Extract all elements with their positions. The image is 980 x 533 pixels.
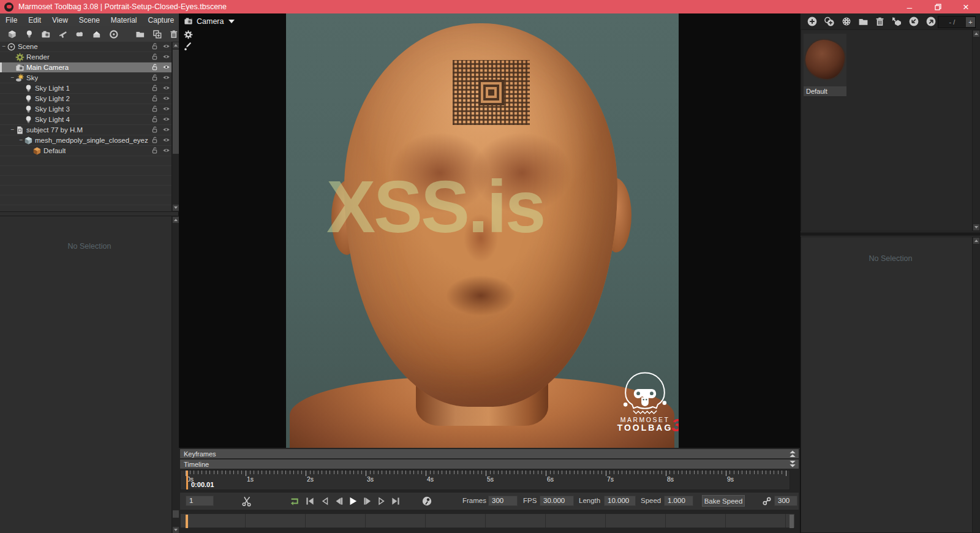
add-fog-icon[interactable] [75, 29, 85, 39]
collapse-down-icon[interactable] [789, 460, 796, 468]
scroll-down-arrow[interactable] [173, 205, 179, 211]
lock-icon[interactable] [151, 42, 159, 50]
lock-icon[interactable] [151, 84, 159, 92]
lock-icon[interactable] [151, 136, 159, 144]
library-scrollbar[interactable] [972, 30, 980, 231]
restore-button[interactable] [924, 0, 952, 13]
viewport-paint-brush-icon[interactable] [184, 42, 193, 51]
expander-icon[interactable]: − [18, 135, 24, 145]
lock-icon[interactable] [151, 74, 159, 81]
visibility-eye-icon[interactable] [162, 42, 170, 50]
lock-icon[interactable] [151, 63, 159, 71]
delete-icon[interactable] [169, 29, 179, 39]
speed-field[interactable] [664, 496, 693, 506]
add-camera-icon[interactable] [41, 29, 51, 39]
add-disc-icon[interactable] [109, 29, 119, 39]
lock-icon[interactable] [151, 94, 159, 102]
visibility-eye-icon[interactable] [162, 53, 170, 61]
expander-icon[interactable]: − [10, 73, 15, 83]
export-material-icon[interactable] [925, 16, 937, 27]
tree-row-mesh[interactable]: − mesh_medpoly_single_closed_eyez [0, 135, 179, 146]
close-button[interactable]: × [952, 0, 980, 13]
scroll-down-arrow[interactable] [973, 224, 979, 230]
visibility-eye-icon[interactable] [162, 126, 170, 134]
keyframe-track[interactable] [180, 513, 795, 528]
tree-row-sky-light-1[interactable]: Sky Light 1 [0, 83, 179, 94]
frame-number-field[interactable] [186, 496, 214, 506]
camera-dropdown[interactable]: Camera [184, 17, 235, 26]
menu-material[interactable]: Material [105, 13, 143, 26]
scroll-handle[interactable] [173, 510, 179, 518]
tree-row-main-camera[interactable]: Main Camera [0, 62, 179, 73]
minimize-button[interactable]: – [895, 0, 924, 13]
keyframe-ball-icon[interactable] [421, 496, 432, 507]
tree-row-render[interactable]: Render [0, 52, 179, 62]
bake-speed-button[interactable]: Bake Speed [702, 495, 745, 507]
track-playhead-marker[interactable] [186, 515, 188, 528]
delete-material-icon[interactable] [875, 17, 885, 27]
tree-row-scene[interactable]: − Scene [0, 42, 179, 52]
add-mesh-icon[interactable] [7, 29, 17, 39]
keyframes-bar[interactable]: Keyframes [180, 449, 799, 458]
tree-row-sky-light-4[interactable]: Sky Light 4 [0, 115, 179, 125]
title-bar[interactable]: Marmoset Toolbag 3.08 | Portrait-Setup-C… [0, 0, 980, 13]
scroll-down-arrow[interactable] [173, 527, 179, 533]
scroll-handle[interactable] [173, 50, 179, 154]
expander-icon[interactable]: − [10, 125, 15, 135]
open-folder-icon[interactable] [858, 17, 869, 27]
lock-icon[interactable] [151, 115, 159, 123]
length-field[interactable] [604, 496, 636, 506]
timeline-ruler[interactable]: 0s 1s 2s 3s 4s 5s 6s 7s 8s 9s 0:00.01 [180, 470, 790, 490]
apply-to-object-icon[interactable] [891, 16, 902, 27]
properties-scrollbar[interactable] [172, 216, 179, 533]
import-material-icon[interactable] [908, 16, 919, 27]
import-folder-icon[interactable] [135, 29, 145, 39]
menu-scene[interactable]: Scene [74, 13, 105, 26]
visibility-eye-icon[interactable] [162, 115, 170, 123]
visibility-eye-icon[interactable] [162, 146, 170, 154]
loop-icon[interactable] [289, 496, 300, 507]
play-outline-button[interactable] [376, 496, 387, 507]
visibility-eye-icon[interactable] [162, 74, 170, 81]
add-shadow-catcher-icon[interactable] [92, 29, 102, 39]
counter-plus-button[interactable]: + [966, 17, 975, 27]
skip-first-button[interactable] [304, 496, 315, 507]
scissors-icon[interactable] [241, 496, 252, 507]
playhead[interactable] [186, 471, 188, 490]
step-forward-button[interactable] [362, 496, 373, 507]
menu-file[interactable]: File [0, 13, 23, 26]
scene-tree-scrollbar[interactable] [172, 42, 179, 211]
viewport[interactable]: XSS.is MARMOSET TOOLBAG 3 [179, 13, 800, 448]
viewport-settings-gear-icon[interactable] [184, 30, 193, 39]
duplicate-icon[interactable] [153, 29, 162, 39]
render-view[interactable]: XSS.is MARMOSET TOOLBAG 3 [286, 13, 679, 448]
play-reverse-button[interactable] [319, 496, 330, 507]
skip-last-button[interactable] [390, 496, 401, 507]
play-button[interactable] [347, 496, 358, 507]
menu-capture[interactable]: Capture [143, 13, 180, 26]
lock-icon[interactable] [151, 53, 159, 61]
duplicate-material-icon[interactable] [824, 16, 835, 27]
material-sphere-icon[interactable] [841, 16, 852, 27]
material-props-scrollbar[interactable] [972, 237, 980, 532]
fps-field[interactable] [540, 496, 574, 506]
tree-row-sky-light-3[interactable]: Sky Light 3 [0, 104, 179, 115]
visibility-eye-icon[interactable] [162, 136, 170, 144]
link-chain-icon[interactable] [761, 496, 772, 507]
menu-view[interactable]: View [47, 13, 74, 26]
tree-row-sky-light-2[interactable]: Sky Light 2 [0, 94, 179, 104]
lock-icon[interactable] [151, 105, 159, 113]
scroll-up-arrow[interactable] [973, 31, 979, 37]
lock-icon[interactable] [151, 126, 159, 134]
step-back-button[interactable] [333, 496, 344, 507]
expand-up-icon[interactable] [789, 450, 796, 458]
panel-divider[interactable] [801, 232, 980, 236]
visibility-eye-icon[interactable] [162, 94, 170, 102]
visibility-eye-icon[interactable] [162, 105, 170, 113]
track-scroll-handle[interactable] [790, 515, 794, 528]
menu-edit[interactable]: Edit [23, 13, 47, 26]
material-thumbnail-default[interactable]: Default [804, 34, 846, 96]
tree-row-sky[interactable]: − Sky [0, 73, 179, 83]
add-material-icon[interactable] [807, 16, 818, 27]
lock-icon[interactable] [151, 146, 159, 154]
